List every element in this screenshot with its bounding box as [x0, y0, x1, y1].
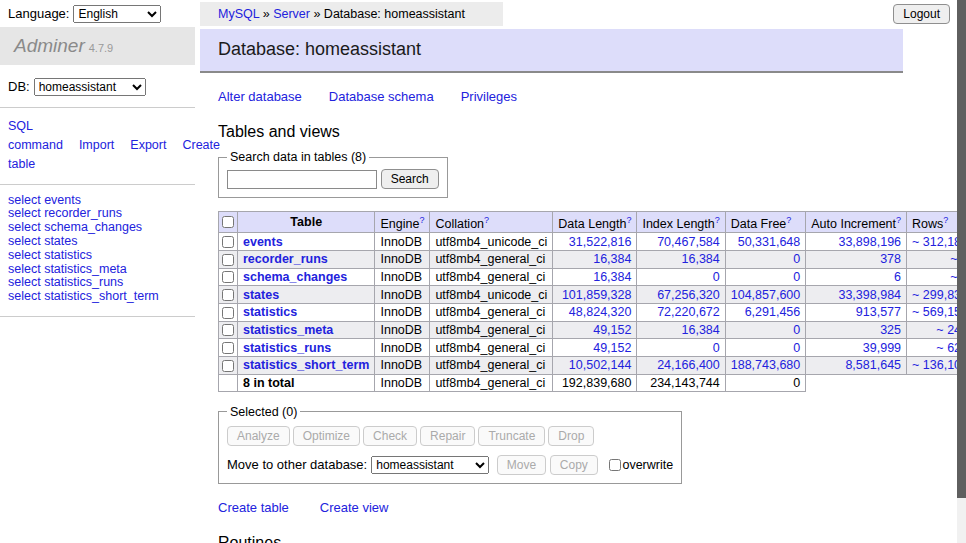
auto-increment-link[interactable]: 325	[880, 323, 901, 337]
table-link[interactable]: statistics_short_term	[243, 358, 369, 372]
index-length-link[interactable]: 0	[713, 341, 720, 355]
help-link[interactable]: ?	[943, 215, 948, 225]
optimize-button[interactable]: Optimize	[293, 426, 360, 446]
help-link[interactable]: ?	[786, 215, 791, 225]
selected-buttons: AnalyzeOptimizeCheckRepairTruncateDrop	[227, 426, 673, 446]
row-checkbox[interactable]	[222, 324, 234, 336]
language-select[interactable]: English	[73, 5, 161, 23]
table-link[interactable]: statistics_runs	[243, 341, 331, 355]
data-length-link[interactable]: 49,152	[593, 341, 631, 355]
data-length-link[interactable]: 31,522,816	[569, 235, 632, 249]
data-free-link[interactable]: 50,331,648	[738, 235, 801, 249]
data-length-link[interactable]: 10,502,144	[569, 358, 632, 372]
sidebar-table-list: select eventsselect recorder_runsselect …	[0, 185, 195, 317]
sidebar-table-link[interactable]: select recorder_runs	[8, 207, 187, 221]
db-select[interactable]: homeassistant	[34, 78, 146, 96]
sidebar-table-link[interactable]: select statistics	[8, 249, 187, 263]
table-link[interactable]: statistics	[243, 305, 297, 319]
search-button[interactable]: Search	[381, 169, 439, 189]
db-action-link[interactable]: Privileges	[461, 89, 517, 104]
breadcrumb-link[interactable]: Server	[273, 7, 310, 21]
sidebar-table-link[interactable]: select statistics_short_term	[8, 290, 187, 304]
row-checkbox[interactable]	[222, 360, 234, 372]
data-length-link[interactable]: 16,384	[593, 252, 631, 266]
auto-increment-link[interactable]: 8,581,645	[845, 358, 901, 372]
index-length-link[interactable]: 70,467,584	[657, 235, 720, 249]
select-all-checkbox[interactable]	[222, 216, 234, 228]
scrollbar-thumb[interactable]	[957, 0, 966, 498]
row-checkbox[interactable]	[222, 271, 234, 283]
index-length-link[interactable]: 72,220,672	[657, 305, 720, 319]
auto-increment-link[interactable]: 39,999	[863, 341, 901, 355]
engine-cell: InnoDB	[375, 250, 430, 268]
index-length-link[interactable]: 24,166,400	[657, 358, 720, 372]
check-button[interactable]: Check	[363, 426, 417, 446]
data-length-link[interactable]: 101,859,328	[562, 288, 632, 302]
repair-button[interactable]: Repair	[420, 426, 475, 446]
auto-increment-link[interactable]: 33,898,196	[838, 235, 901, 249]
help-link[interactable]: ?	[419, 215, 424, 225]
index-length-link[interactable]: 0	[713, 270, 720, 284]
auto-increment-link[interactable]: 913,577	[856, 305, 901, 319]
help-link[interactable]: ?	[484, 215, 489, 225]
db-action-link[interactable]: Alter database	[218, 89, 302, 104]
collation-cell: utf8mb4_unicode_ci	[430, 233, 553, 251]
create-link[interactable]: Create table	[218, 500, 289, 515]
sidebar-table-link[interactable]: select statistics_runs	[8, 276, 187, 290]
create-links: Create tableCreate view	[218, 500, 957, 515]
sidebar-table-link[interactable]: select states	[8, 235, 187, 249]
breadcrumb-link[interactable]: MySQL	[218, 7, 259, 21]
data-free-link[interactable]: 0	[793, 341, 800, 355]
row-checkbox[interactable]	[222, 307, 234, 319]
data-free-link[interactable]: 0	[793, 323, 800, 337]
db-select-row: DB:homeassistant	[0, 65, 195, 108]
table-link[interactable]: schema_changes	[243, 270, 347, 284]
table-link[interactable]: states	[243, 288, 279, 302]
auto-increment-link[interactable]: 33,398,984	[838, 288, 901, 302]
create-link[interactable]: Create view	[320, 500, 389, 515]
data-length-link[interactable]: 48,824,320	[569, 305, 632, 319]
index-length-link[interactable]: 67,256,320	[657, 288, 720, 302]
analyze-button[interactable]: Analyze	[227, 426, 290, 446]
sidebar-table-link[interactable]: select statistics_meta	[8, 263, 187, 277]
index-length-link[interactable]: 16,384	[682, 252, 720, 266]
db-action-link[interactable]: Database schema	[329, 89, 434, 104]
sidebar-link[interactable]: Export	[130, 138, 166, 152]
sidebar-table-link[interactable]: select schema_changes	[8, 221, 187, 235]
sidebar-table-link[interactable]: select events	[8, 194, 187, 208]
data-length-cell: 16,384	[553, 268, 637, 286]
data-length-link[interactable]: 49,152	[593, 323, 631, 337]
truncate-button[interactable]: Truncate	[478, 426, 545, 446]
help-link[interactable]: ?	[626, 215, 631, 225]
data-free-link[interactable]: 104,857,600	[731, 288, 801, 302]
move-button[interactable]: Move	[497, 455, 546, 475]
search-input[interactable]	[227, 170, 377, 189]
sidebar-link[interactable]: Import	[79, 138, 114, 152]
data-free-link[interactable]: 0	[793, 270, 800, 284]
data-length-link[interactable]: 16,384	[593, 270, 631, 284]
help-link[interactable]: ?	[896, 215, 901, 225]
overwrite-checkbox[interactable]	[609, 459, 621, 471]
data-free-link[interactable]: 188,743,680	[731, 358, 801, 372]
data-free-link[interactable]: 0	[793, 252, 800, 266]
table-row: statesInnoDButf8mb4_unicode_ci101,859,32…	[219, 286, 966, 304]
row-checkbox[interactable]	[222, 342, 234, 354]
help-link[interactable]: ?	[715, 215, 720, 225]
move-db-select[interactable]: homeassistant	[371, 456, 489, 474]
table-link[interactable]: statistics_meta	[243, 323, 333, 337]
row-checkbox[interactable]	[222, 254, 234, 266]
table-link[interactable]: recorder_runs	[243, 252, 328, 266]
overwrite-label: overwrite	[622, 458, 673, 472]
table-link[interactable]: events	[243, 235, 283, 249]
auto-increment-link[interactable]: 378	[880, 252, 901, 266]
data-free-link[interactable]: 6,291,456	[745, 305, 801, 319]
row-checkbox[interactable]	[222, 236, 234, 248]
auto-increment-link[interactable]: 6	[894, 270, 901, 284]
row-checkbox[interactable]	[222, 289, 234, 301]
copy-button[interactable]: Copy	[550, 455, 598, 475]
index-length-link[interactable]: 16,384	[682, 323, 720, 337]
collation-cell: utf8mb4_general_ci	[430, 268, 553, 286]
drop-button[interactable]: Drop	[548, 426, 594, 446]
sidebar-link[interactable]: SQL command	[8, 119, 63, 152]
logout-button[interactable]: Logout	[893, 4, 950, 24]
